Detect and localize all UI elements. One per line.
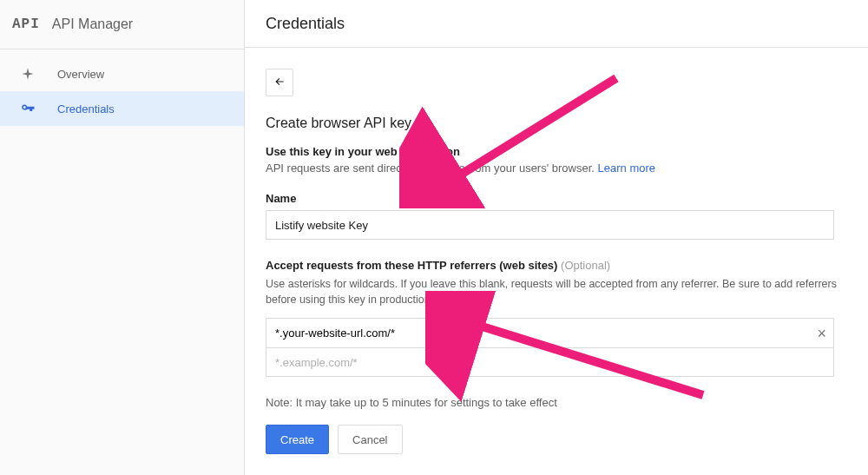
api-desc: API requests are sent directly to Google…: [266, 162, 847, 175]
optional-tag: (Optional): [557, 259, 610, 272]
key-icon: [17, 101, 38, 116]
back-button[interactable]: [266, 69, 293, 96]
referrer-input[interactable]: [275, 327, 807, 340]
sidebar-item-label: Credentials: [57, 102, 115, 115]
button-row: Create Cancel: [266, 425, 847, 454]
content: Create browser API key Use this key in y…: [245, 48, 868, 475]
page-title: Credentials: [245, 0, 868, 48]
referrer-row-empty: [266, 347, 834, 377]
name-label: Name: [266, 192, 847, 205]
back-arrow-icon: [273, 76, 286, 90]
name-input[interactable]: [266, 210, 834, 240]
referrers-field-block: Accept requests from these HTTP referrer…: [266, 259, 847, 377]
api-desc-text: API requests are sent directly to Google…: [266, 162, 598, 175]
diamond-icon: [17, 67, 38, 81]
main: Credentials Create browser API key Use t…: [245, 0, 868, 475]
use-key-heading: Use this key in your web application: [266, 145, 847, 158]
cancel-button[interactable]: Cancel: [338, 425, 402, 454]
note-text: Note: It may take up to 5 minutes for se…: [266, 396, 847, 409]
referrers-help: Use asterisks for wildcards. If you leav…: [266, 277, 847, 307]
name-field-block: Name: [266, 192, 847, 240]
sidebar: API API Manager Overview Credentials: [0, 0, 245, 475]
api-logo: API: [12, 16, 40, 32]
referrers-label-text: Accept requests from these HTTP referrer…: [266, 259, 557, 272]
referrers-label: Accept requests from these HTTP referrer…: [266, 259, 847, 272]
sidebar-item-overview[interactable]: Overview: [0, 56, 244, 91]
referrer-input-new[interactable]: [275, 356, 807, 369]
section-title: Create browser API key: [266, 115, 847, 131]
sidebar-title: API Manager: [52, 16, 133, 32]
sidebar-item-credentials[interactable]: Credentials: [0, 91, 244, 126]
sidebar-divider: [0, 49, 244, 49]
referrer-row-filled: ×: [266, 318, 834, 347]
create-button[interactable]: Create: [266, 425, 329, 454]
sidebar-item-label: Overview: [57, 68, 104, 81]
learn-more-link[interactable]: Learn more: [598, 162, 655, 175]
sidebar-header: API API Manager: [0, 0, 244, 49]
close-icon[interactable]: ×: [817, 326, 826, 341]
